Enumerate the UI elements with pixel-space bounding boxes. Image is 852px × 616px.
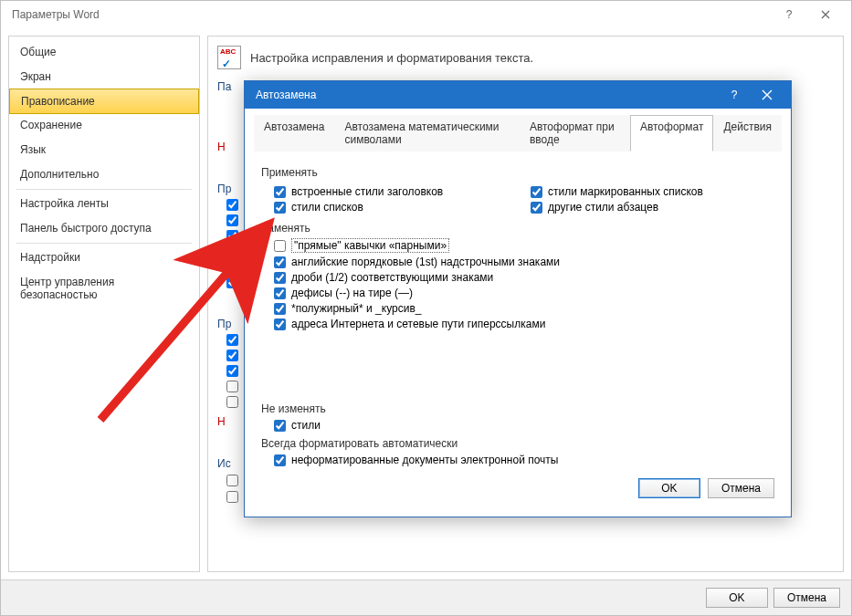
- spellcheck-icon: [217, 46, 241, 69]
- content-heading: Настройка исправления и форматирования т…: [250, 51, 533, 65]
- autocorrect-dialog: Автозамена ? АвтозаменаАвтозамена матема…: [244, 80, 792, 517]
- apply-row: стили маркированных списков: [531, 185, 774, 198]
- bg-checkbox[interactable]: [226, 381, 238, 392]
- main-titlebar: Параметры Word ?: [1, 1, 851, 28]
- help-button[interactable]: ?: [771, 1, 807, 28]
- preserve-row: стили: [274, 419, 774, 432]
- apply-checkboxes: встроенные стили заголовковстили списков…: [261, 183, 774, 216]
- replace-row: адреса Интернета и сетевые пути гиперссы…: [274, 318, 774, 330]
- replace-label[interactable]: английские порядковые (1st) надстрочными…: [291, 256, 560, 268]
- replace-label[interactable]: *полужирный* и _курсив_: [291, 302, 421, 315]
- preserve-group-label: Не изменять: [261, 402, 774, 415]
- sidebar-separator: [16, 189, 192, 190]
- replace-row: "прямые" кавычки «парными»: [274, 238, 774, 253]
- cancel-button[interactable]: Отмена: [773, 588, 840, 608]
- apply-row: другие стили абзацев: [531, 201, 774, 214]
- replace-checkbox[interactable]: [274, 240, 286, 252]
- close-button[interactable]: [807, 1, 844, 28]
- sidebar-item[interactable]: Настройка ленты: [9, 192, 199, 216]
- bg-checkbox[interactable]: [226, 277, 238, 288]
- preserve-checkbox[interactable]: [274, 420, 286, 432]
- content-header: Настройка исправления и форматирования т…: [217, 46, 834, 69]
- modal-ok-button[interactable]: OK: [638, 478, 700, 498]
- apply-checkbox[interactable]: [531, 186, 542, 198]
- sidebar-item[interactable]: Дополнительно: [9, 162, 199, 187]
- apply-label[interactable]: встроенные стили заголовков: [291, 185, 443, 198]
- tabstrip: АвтозаменаАвтозамена математическими сим…: [254, 114, 782, 151]
- sidebar-separator: [16, 243, 192, 244]
- modal-help-button[interactable]: ?: [718, 81, 751, 109]
- sidebar-item[interactable]: Панель быстрого доступа: [9, 216, 199, 241]
- bg-checkbox[interactable]: [226, 245, 238, 257]
- apply-label[interactable]: стили списков: [291, 201, 363, 214]
- sidebar: ОбщиеЭкранПравописаниеСохранениеЯзыкДопо…: [8, 36, 200, 572]
- replace-checkbox[interactable]: [274, 303, 286, 315]
- modal-titlebar: Автозамена ?: [245, 81, 791, 109]
- modal-close-button[interactable]: [751, 81, 784, 109]
- always-row: неформатированные документы электронной …: [274, 454, 774, 466]
- main-title: Параметры Word: [8, 8, 771, 21]
- tab[interactable]: Автозамена: [254, 115, 334, 151]
- replace-label[interactable]: дефисы (--) на тире (—): [291, 287, 413, 299]
- bg-checkbox[interactable]: [226, 230, 238, 242]
- always-checkbox[interactable]: [274, 454, 286, 466]
- modal-cancel-button[interactable]: Отмена: [708, 478, 774, 498]
- replace-row: дефисы (--) на тире (—): [274, 287, 774, 299]
- apply-group-label: Применять: [261, 166, 774, 179]
- modal-body: АвтозаменаАвтозамена математическими сим…: [245, 109, 791, 517]
- replace-checkbox[interactable]: [274, 287, 286, 299]
- replace-checkbox[interactable]: [274, 272, 286, 284]
- apply-checkbox[interactable]: [274, 186, 286, 198]
- bg-checkbox[interactable]: [226, 199, 238, 211]
- replace-row: дроби (1/2) соответствующими знаками: [274, 271, 774, 284]
- tab[interactable]: Автоформат при вводе: [520, 115, 630, 151]
- replace-row: *полужирный* и _курсив_: [274, 302, 774, 315]
- sidebar-item[interactable]: Центр управления безопасностью: [9, 270, 199, 308]
- apply-row: встроенные стили заголовков: [274, 185, 518, 198]
- replace-label[interactable]: дроби (1/2) соответствующими знаками: [291, 271, 493, 284]
- tab[interactable]: Действия: [713, 115, 782, 151]
- replace-group-label: Заменять: [261, 222, 774, 235]
- bg-checkbox[interactable]: [226, 396, 238, 408]
- apply-label[interactable]: другие стили абзацев: [548, 201, 658, 214]
- preserve-label[interactable]: стили: [291, 419, 321, 432]
- replace-label[interactable]: адреса Интернета и сетевые пути гиперссы…: [291, 318, 545, 330]
- replace-row: английские порядковые (1st) надстрочными…: [274, 256, 774, 268]
- sidebar-item[interactable]: Сохранение: [9, 113, 199, 138]
- modal-footer: OK Отмена: [254, 469, 782, 507]
- sidebar-item[interactable]: Надстройки: [9, 245, 199, 270]
- tab[interactable]: Автозамена математическими символами: [334, 115, 519, 151]
- modal-title: Автозамена: [256, 89, 718, 101]
- sidebar-item[interactable]: Общие: [9, 40, 199, 65]
- sidebar-item[interactable]: Экран: [9, 65, 199, 89]
- apply-checkbox[interactable]: [531, 202, 542, 214]
- bg-checkbox[interactable]: [226, 214, 238, 226]
- ok-button[interactable]: OK: [706, 588, 768, 608]
- replace-checkbox[interactable]: [274, 256, 286, 268]
- hide-gram-checkbox[interactable]: [226, 491, 238, 503]
- sidebar-item[interactable]: Язык: [9, 138, 199, 162]
- replace-label[interactable]: "прямые" кавычки «парными»: [291, 238, 449, 253]
- always-label[interactable]: неформатированные документы электронной …: [291, 454, 558, 466]
- bg-checkbox[interactable]: [226, 350, 238, 361]
- apply-checkbox[interactable]: [274, 202, 286, 214]
- bg-checkbox[interactable]: [226, 365, 238, 377]
- apply-label[interactable]: стили маркированных списков: [548, 185, 703, 198]
- hide-ortho-checkbox[interactable]: [226, 475, 238, 486]
- replace-checkbox[interactable]: [274, 318, 286, 330]
- always-group-label: Всегда форматировать автоматически: [261, 437, 774, 450]
- main-footer: OK Отмена: [1, 579, 851, 615]
- sidebar-item[interactable]: Правописание: [9, 89, 199, 114]
- bg-checkbox[interactable]: [226, 334, 238, 346]
- tab[interactable]: Автоформат: [630, 115, 714, 151]
- apply-row: стили списков: [274, 201, 518, 214]
- bg-checkbox[interactable]: [226, 261, 238, 273]
- tab-content: Применять встроенные стили заголовковсти…: [254, 151, 782, 466]
